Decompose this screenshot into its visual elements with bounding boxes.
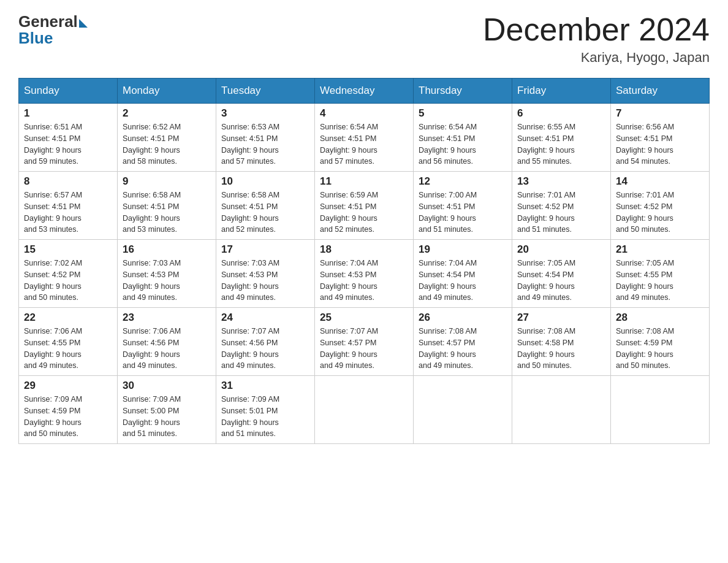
day-number: 21 [616, 243, 704, 256]
day-info: Sunrise: 7:07 AMSunset: 4:57 PMDaylight:… [320, 326, 408, 372]
logo-arrow-icon [79, 19, 88, 28]
col-header-friday: Friday [512, 79, 611, 104]
calendar-table: SundayMondayTuesdayWednesdayThursdayFrid… [18, 78, 710, 444]
col-header-tuesday: Tuesday [216, 79, 315, 104]
calendar-day-cell: 30Sunrise: 7:09 AMSunset: 5:00 PMDayligh… [118, 376, 216, 444]
location: Kariya, Hyogo, Japan [483, 50, 710, 66]
calendar-day-cell: 4Sunrise: 6:54 AMSunset: 4:51 PMDaylight… [315, 104, 414, 172]
day-number: 24 [221, 312, 309, 324]
day-number: 9 [123, 175, 211, 188]
calendar-day-cell: 6Sunrise: 6:55 AMSunset: 4:51 PMDaylight… [512, 104, 611, 172]
day-info: Sunrise: 7:02 AMSunset: 4:52 PMDaylight:… [24, 258, 112, 304]
calendar-day-cell: 23Sunrise: 7:06 AMSunset: 4:56 PMDayligh… [118, 308, 216, 376]
calendar-day-cell: 25Sunrise: 7:07 AMSunset: 4:57 PMDayligh… [315, 308, 414, 376]
day-info: Sunrise: 7:04 AMSunset: 4:54 PMDaylight:… [419, 258, 507, 304]
day-number: 28 [616, 312, 704, 324]
month-title: December 2024 [483, 12, 710, 47]
calendar-day-cell: 2Sunrise: 6:52 AMSunset: 4:51 PMDaylight… [118, 104, 216, 172]
logo-blue-text: Blue [18, 29, 53, 48]
day-number: 15 [24, 243, 112, 256]
day-number: 27 [517, 312, 605, 324]
day-info: Sunrise: 7:09 AMSunset: 4:59 PMDaylight:… [24, 394, 112, 440]
day-info: Sunrise: 7:08 AMSunset: 4:57 PMDaylight:… [419, 326, 507, 372]
col-header-wednesday: Wednesday [315, 79, 414, 104]
day-number: 12 [419, 175, 507, 188]
day-info: Sunrise: 6:52 AMSunset: 4:51 PMDaylight:… [123, 121, 211, 167]
day-info: Sunrise: 6:59 AMSunset: 4:51 PMDaylight:… [320, 190, 408, 236]
calendar-day-cell [414, 376, 512, 444]
day-info: Sunrise: 7:08 AMSunset: 4:59 PMDaylight:… [616, 326, 704, 372]
day-number: 30 [123, 380, 211, 392]
calendar-day-cell: 8Sunrise: 6:57 AMSunset: 4:51 PMDaylight… [19, 172, 118, 240]
calendar-week-row: 1Sunrise: 6:51 AMSunset: 4:51 PMDaylight… [19, 104, 710, 172]
title-area: December 2024 Kariya, Hyogo, Japan [483, 12, 710, 66]
logo: General Blue [18, 12, 88, 48]
calendar-day-cell: 18Sunrise: 7:04 AMSunset: 4:53 PMDayligh… [315, 240, 414, 308]
day-number: 29 [24, 380, 112, 392]
calendar-day-cell: 31Sunrise: 7:09 AMSunset: 5:01 PMDayligh… [216, 376, 315, 444]
calendar-day-cell: 22Sunrise: 7:06 AMSunset: 4:55 PMDayligh… [19, 308, 118, 376]
day-number: 26 [419, 312, 507, 324]
day-info: Sunrise: 6:54 AMSunset: 4:51 PMDaylight:… [320, 121, 408, 167]
day-number: 2 [123, 107, 211, 120]
day-info: Sunrise: 6:58 AMSunset: 4:51 PMDaylight:… [221, 190, 309, 236]
calendar-day-cell: 19Sunrise: 7:04 AMSunset: 4:54 PMDayligh… [414, 240, 512, 308]
col-header-sunday: Sunday [19, 79, 118, 104]
day-info: Sunrise: 7:09 AMSunset: 5:01 PMDaylight:… [221, 394, 309, 440]
day-info: Sunrise: 7:03 AMSunset: 4:53 PMDaylight:… [123, 258, 211, 304]
calendar-day-cell: 15Sunrise: 7:02 AMSunset: 4:52 PMDayligh… [19, 240, 118, 308]
calendar-day-cell: 16Sunrise: 7:03 AMSunset: 4:53 PMDayligh… [118, 240, 216, 308]
calendar-day-cell: 1Sunrise: 6:51 AMSunset: 4:51 PMDaylight… [19, 104, 118, 172]
calendar-day-cell: 5Sunrise: 6:54 AMSunset: 4:51 PMDaylight… [414, 104, 512, 172]
calendar-day-cell: 9Sunrise: 6:58 AMSunset: 4:51 PMDaylight… [118, 172, 216, 240]
calendar-day-cell: 24Sunrise: 7:07 AMSunset: 4:56 PMDayligh… [216, 308, 315, 376]
calendar-day-cell: 14Sunrise: 7:01 AMSunset: 4:52 PMDayligh… [611, 172, 710, 240]
col-header-monday: Monday [118, 79, 216, 104]
calendar-day-cell: 26Sunrise: 7:08 AMSunset: 4:57 PMDayligh… [414, 308, 512, 376]
day-info: Sunrise: 6:51 AMSunset: 4:51 PMDaylight:… [24, 121, 112, 167]
day-number: 7 [616, 107, 704, 120]
day-info: Sunrise: 6:56 AMSunset: 4:51 PMDaylight:… [616, 121, 704, 167]
day-info: Sunrise: 6:57 AMSunset: 4:51 PMDaylight:… [24, 190, 112, 236]
day-info: Sunrise: 7:01 AMSunset: 4:52 PMDaylight:… [616, 190, 704, 236]
day-info: Sunrise: 6:58 AMSunset: 4:51 PMDaylight:… [123, 190, 211, 236]
calendar-week-row: 8Sunrise: 6:57 AMSunset: 4:51 PMDaylight… [19, 172, 710, 240]
day-number: 13 [517, 175, 605, 188]
calendar-day-cell: 10Sunrise: 6:58 AMSunset: 4:51 PMDayligh… [216, 172, 315, 240]
calendar-day-cell: 20Sunrise: 7:05 AMSunset: 4:54 PMDayligh… [512, 240, 611, 308]
day-number: 31 [221, 380, 309, 392]
calendar-week-row: 22Sunrise: 7:06 AMSunset: 4:55 PMDayligh… [19, 308, 710, 376]
calendar-day-cell: 21Sunrise: 7:05 AMSunset: 4:55 PMDayligh… [611, 240, 710, 308]
day-number: 5 [419, 107, 507, 120]
day-info: Sunrise: 7:05 AMSunset: 4:54 PMDaylight:… [517, 258, 605, 304]
page-header: General Blue December 2024 Kariya, Hyogo… [18, 12, 710, 66]
day-number: 19 [419, 243, 507, 256]
day-number: 25 [320, 312, 408, 324]
day-number: 22 [24, 312, 112, 324]
day-info: Sunrise: 7:09 AMSunset: 5:00 PMDaylight:… [123, 394, 211, 440]
day-info: Sunrise: 7:05 AMSunset: 4:55 PMDaylight:… [616, 258, 704, 304]
day-info: Sunrise: 6:55 AMSunset: 4:51 PMDaylight:… [517, 121, 605, 167]
day-number: 3 [221, 107, 309, 120]
day-info: Sunrise: 7:03 AMSunset: 4:53 PMDaylight:… [221, 258, 309, 304]
day-info: Sunrise: 7:04 AMSunset: 4:53 PMDaylight:… [320, 258, 408, 304]
calendar-week-row: 29Sunrise: 7:09 AMSunset: 4:59 PMDayligh… [19, 376, 710, 444]
day-number: 18 [320, 243, 408, 256]
day-number: 8 [24, 175, 112, 188]
day-number: 16 [123, 243, 211, 256]
day-number: 11 [320, 175, 408, 188]
calendar-day-cell [315, 376, 414, 444]
day-number: 14 [616, 175, 704, 188]
calendar-header-row: SundayMondayTuesdayWednesdayThursdayFrid… [19, 79, 710, 104]
calendar-day-cell: 27Sunrise: 7:08 AMSunset: 4:58 PMDayligh… [512, 308, 611, 376]
day-number: 4 [320, 107, 408, 120]
day-number: 17 [221, 243, 309, 256]
day-number: 10 [221, 175, 309, 188]
day-info: Sunrise: 7:06 AMSunset: 4:56 PMDaylight:… [123, 326, 211, 372]
day-number: 6 [517, 107, 605, 120]
col-header-saturday: Saturday [611, 79, 710, 104]
calendar-week-row: 15Sunrise: 7:02 AMSunset: 4:52 PMDayligh… [19, 240, 710, 308]
day-info: Sunrise: 7:07 AMSunset: 4:56 PMDaylight:… [221, 326, 309, 372]
calendar-day-cell: 3Sunrise: 6:53 AMSunset: 4:51 PMDaylight… [216, 104, 315, 172]
day-info: Sunrise: 6:54 AMSunset: 4:51 PMDaylight:… [419, 121, 507, 167]
